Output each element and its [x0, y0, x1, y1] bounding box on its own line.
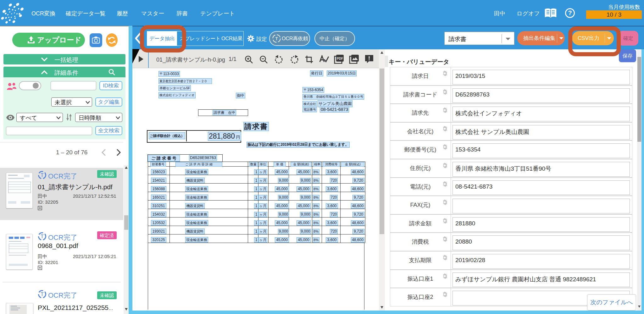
svg-text:T: T [41, 292, 44, 297]
svg-text:PDF: PDF [337, 57, 343, 60]
svg-text:T: T [275, 36, 278, 41]
svg-text:T: T [41, 173, 44, 178]
svg-text:T: T [41, 234, 44, 239]
